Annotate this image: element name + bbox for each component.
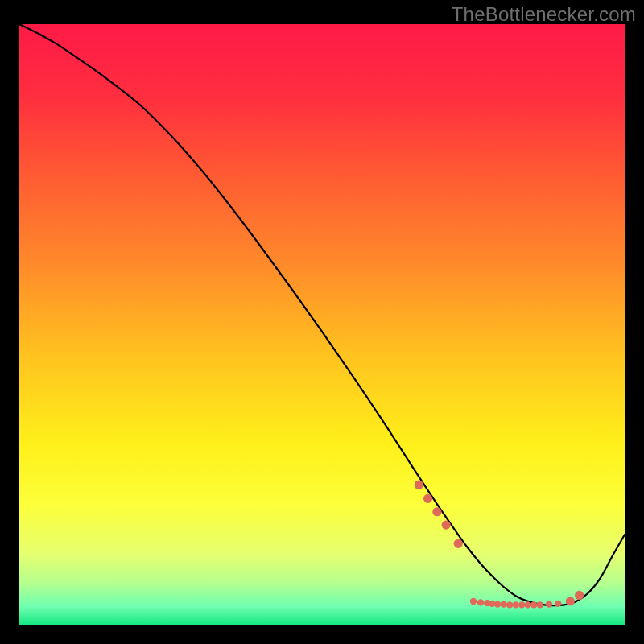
marker-point (506, 601, 513, 608)
marker-point (477, 599, 484, 605)
marker-point (423, 494, 432, 503)
marker-point (432, 507, 441, 516)
bottleneck-chart (19, 24, 625, 625)
marker-point (575, 591, 584, 600)
marker-point (555, 601, 561, 607)
marker-point (454, 539, 463, 548)
marker-point (524, 601, 530, 608)
marker-point (442, 521, 451, 530)
marker-point (518, 601, 525, 608)
marker-point (470, 598, 477, 605)
marker-point (566, 597, 575, 605)
marker-point (546, 601, 552, 607)
gradient-background (19, 24, 625, 625)
marker-point (494, 601, 501, 607)
marker-point (415, 481, 423, 489)
marker-point (537, 601, 543, 608)
chart-frame: TheBottlenecker.com (0, 0, 644, 644)
marker-point (530, 601, 537, 608)
marker-point (512, 601, 518, 608)
plot-area (19, 24, 625, 625)
watermark-text: TheBottlenecker.com (452, 3, 636, 26)
marker-point (500, 601, 506, 607)
